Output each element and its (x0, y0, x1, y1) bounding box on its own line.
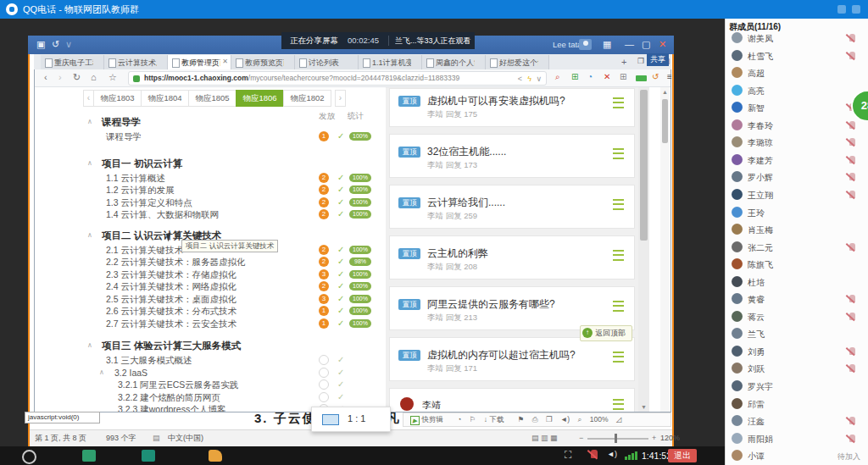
topic-card[interactable]: 置顶阿里云提供的云服务有哪些?李靖 回复 213 (389, 286, 635, 330)
topic-menu-icon[interactable] (613, 399, 624, 410)
browser-tab[interactable]: 1.1计算机变革 (359, 55, 422, 69)
bookmark-star-icon[interactable]: ☆ (108, 72, 117, 83)
url-bar[interactable]: https://mooc1-1.chaoxing.com/mycourse/te… (128, 71, 547, 86)
flash-icon[interactable]: ϟ (527, 75, 531, 83)
member-row[interactable]: 高亮 (726, 82, 868, 100)
member-row[interactable]: 李春玲 (726, 117, 868, 135)
page-scrollbar-thumb[interactable] (662, 99, 668, 143)
stats-percent-badge[interactable]: 100% (349, 210, 371, 219)
browser-tab[interactable]: 教师管理页面✕ (168, 55, 231, 69)
browser-tab[interactable]: 周鑫的个人简.. (422, 55, 486, 69)
member-row[interactable]: 雨阳娟 (726, 430, 868, 448)
qq-titlebar-icon-2[interactable] (852, 5, 860, 14)
member-row[interactable]: 罗小辉 (726, 169, 868, 186)
qq-titlebar-icon[interactable] (837, 5, 846, 14)
class-tabs-next-icon[interactable]: › (335, 90, 346, 107)
member-row[interactable]: 王玲 (726, 204, 868, 222)
tree-item[interactable]: 2.3 云计算关键技术：存储虚拟化3✓100% (81, 268, 373, 281)
frame-icon[interactable]: ▦ (603, 39, 611, 50)
save-icon[interactable]: ▣ (36, 39, 45, 50)
member-row[interactable]: 罗兴宇 (726, 378, 868, 396)
tree-item-label[interactable]: 1.2 云计算的发展 (106, 184, 175, 197)
member-row[interactable]: 杜培 (726, 274, 868, 291)
tree-item[interactable]: 2.4 云计算关键技术：网络虚拟化2✓100% (81, 280, 373, 293)
translate-icon[interactable]: ◔ (587, 72, 593, 81)
topic-card[interactable]: 李靖 (389, 388, 635, 412)
class-tab-物应1803[interactable]: 物应1803 (93, 90, 142, 107)
download-arrow-icon[interactable]: ↓ 下载 (484, 415, 510, 423)
tree-item-label[interactable]: 3.2.1 阿里云ECS云服务器实践 (118, 379, 238, 391)
flag2-icon[interactable]: ⚑ (518, 415, 525, 423)
member-row[interactable]: 谢美凤 (726, 30, 868, 47)
member-row[interactable]: 李璐琼 (726, 134, 868, 152)
member-row[interactable]: 兰飞 (726, 325, 868, 343)
topic-title[interactable]: 虚拟机的内存可以超过宿主机吗? (427, 348, 576, 363)
topic-menu-icon[interactable] (613, 301, 624, 312)
tree-item[interactable]: 3.2 IaaS∧✓ (81, 367, 373, 379)
member-row[interactable]: 新智 (726, 99, 868, 117)
clock-icon[interactable]: ◔ (457, 415, 461, 423)
browser-tab[interactable]: 讨论列表 (295, 55, 359, 69)
topic-title[interactable]: 云主机的利弊 (427, 246, 488, 261)
topic-menu-icon[interactable] (613, 97, 624, 108)
topic-title[interactable]: 32位宿主机能...... (427, 145, 506, 159)
member-row[interactable]: 刘勇 (726, 343, 868, 361)
stats-percent-badge[interactable]: 100% (349, 270, 371, 279)
undo-icon[interactable]: ↺ (52, 39, 59, 50)
mic-muted-icon[interactable] (591, 450, 598, 458)
taskbar-app-icon-wps[interactable] (209, 450, 222, 462)
search-icon[interactable]: ⌕ (555, 72, 560, 82)
fullscreen-icon[interactable]: ⛶ (565, 449, 571, 461)
forward-icon[interactable]: › (58, 72, 62, 82)
taskbar-app-icon-screenshare[interactable] (82, 450, 96, 462)
stats-percent-badge[interactable]: 100% (349, 246, 371, 254)
tree-item[interactable]: 1.1 云计算概述2✓100% (81, 172, 373, 185)
tree-item[interactable]: 2.2 云计算关键技术：服务器虚拟化2✓98% (81, 256, 373, 268)
download-label[interactable]: 下载 (489, 415, 504, 423)
tree-item[interactable]: 3.2.2 建个炫酷的简历网页✓ (81, 391, 373, 404)
topic-menu-icon[interactable] (613, 250, 624, 261)
collapse-caret-icon[interactable]: ∧ (87, 113, 92, 130)
class-tab-物应1805[interactable]: 物应1805 (188, 90, 236, 107)
tree-item[interactable]: 1.3 云计算定义和特点2✓100% (81, 197, 373, 209)
tree-item-label[interactable]: 3.2.2 建个炫酷的简历网页 (118, 391, 220, 404)
topic-menu-icon[interactable] (613, 199, 624, 210)
tab-close-icon[interactable]: ✕ (222, 58, 228, 65)
class-tab-物应1802[interactable]: 物应1802 (283, 90, 331, 107)
zoom-in-icon[interactable]: + (652, 430, 656, 446)
tree-item-label[interactable]: 2.1 云计算关键技术 (106, 244, 183, 257)
collapse-caret-icon[interactable]: ∧ (87, 155, 92, 172)
topic-title[interactable]: 阿里云提供的云服务有哪些? (427, 297, 555, 312)
minimize-icon[interactable]: — (625, 39, 634, 49)
member-row[interactable]: 李建芳 (726, 152, 868, 169)
tree-item[interactable]: 1.4 云计算、大数据和物联网2✓100% (81, 208, 373, 221)
member-row[interactable]: 蒋云 (726, 308, 868, 326)
url-text[interactable]: https://mooc1-1.chaoxing.com/mycourse/te… (144, 74, 500, 82)
topic-card[interactable]: 置顶32位宿主机能......李靖 回复 173 (389, 134, 635, 178)
print-icon[interactable]: ⎙ (532, 415, 538, 423)
topic-menu-icon[interactable] (613, 352, 624, 363)
stats-percent-badge[interactable]: 100% (349, 307, 371, 315)
topic-title[interactable]: 虚拟机中可以再安装虚拟机吗? (427, 94, 565, 108)
tree-item-label[interactable]: 1.3 云计算定义和特点 (106, 197, 192, 209)
tree-item-label[interactable]: 1.4 云计算、大数据和物联网 (106, 208, 219, 221)
topic-card[interactable]: 置顶虚拟机的内存可以超过宿主机吗?李靖 回复 171 (389, 337, 635, 381)
tree-item[interactable]: 2.7 云计算关键技术：云安全技术1✓100% (81, 318, 373, 330)
tree-section-header[interactable]: ∧课程导学 (81, 113, 373, 130)
collapse-caret-icon[interactable]: ∧ (87, 227, 92, 244)
window-icon[interactable]: ❐ (546, 415, 553, 423)
member-row[interactable]: 杜雪飞 (726, 47, 868, 65)
tree-item[interactable]: 3.2.1 阿里云ECS云服务器实践✓ (81, 379, 373, 391)
member-row[interactable]: 汪鑫 (726, 412, 868, 430)
home-icon[interactable]: ⌂ (91, 72, 97, 82)
stats-percent-badge[interactable]: 100% (349, 295, 371, 303)
tree-item-label[interactable]: 1.1 云计算概述 (106, 172, 165, 185)
call-speaker-icon[interactable]: ◄) (607, 450, 617, 458)
exit-call-button[interactable]: 退出 (668, 449, 697, 462)
topics-scrollbar-thumb[interactable] (640, 90, 648, 241)
stats-percent-badge[interactable]: 100% (349, 132, 371, 141)
tree-item-label[interactable]: 2.2 云计算关键技术：服务器虚拟化 (106, 256, 246, 268)
browser-tab[interactable]: 重庆电子工程.. (41, 55, 104, 69)
collapse-caret-icon[interactable]: ∧ (99, 367, 104, 379)
clip-label[interactable]: 快剪辑 (421, 415, 443, 423)
